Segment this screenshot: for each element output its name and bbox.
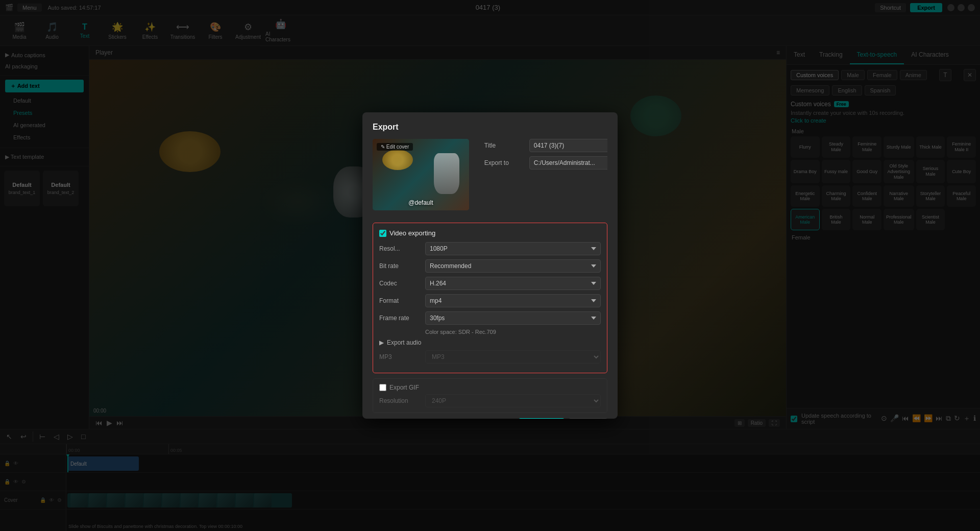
export-cancel-button[interactable]: Cancel (569, 418, 607, 419)
gif-export-label: Export GIF (389, 384, 419, 391)
framerate-row: Frame rate 30fps24fps25fps60fps (379, 311, 601, 325)
codec-row: Codec H.264H.265 (379, 277, 601, 290)
framerate-select[interactable]: 30fps24fps25fps60fps (425, 311, 601, 325)
gif-resolution-select[interactable]: 240P480P720P (425, 394, 601, 407)
export-dialog: Export ✎ Edit cover @default Title (362, 112, 618, 419)
export-to-input[interactable] (529, 156, 607, 170)
format-select[interactable]: mp4movavi (425, 294, 601, 307)
resolution-select[interactable]: 1080P720P2K4K (425, 242, 601, 255)
export-audio-arrow: ▶ (379, 339, 384, 346)
export-top-section: ✎ Edit cover @default Title Export to 📁 (373, 139, 607, 215)
audio-format-row: MP3 MP3AACWAV (379, 350, 601, 364)
export-audio-toggle[interactable]: ▶ Export audio (379, 339, 601, 346)
title-input[interactable] (529, 139, 607, 152)
video-export-label: Video exporting (389, 229, 435, 237)
bitrate-row: Bit rate RecommendedLowHigh (379, 259, 601, 273)
audio-format-select[interactable]: MP3AACWAV (425, 350, 601, 364)
export-footer: 💾 Duration: 10s | Size: 10 MB (estimated… (373, 418, 607, 419)
gif-export-section: Export GIF Resolution 240P480P720P (373, 378, 607, 413)
color-space-info: Color space: SDR - Rec.709 (425, 329, 601, 335)
video-export-title: Video exporting (379, 229, 601, 237)
export-to-label: Export to (484, 159, 525, 166)
bitrate-select[interactable]: RecommendedLowHigh (425, 259, 601, 273)
export-dialog-overlay: Export ✎ Edit cover @default Title (0, 0, 980, 531)
edit-cover-button[interactable]: ✎ Edit cover (377, 143, 413, 151)
gif-resolution-row: Resolution 240P480P720P (379, 394, 601, 407)
gif-export-checkbox[interactable] (379, 384, 386, 391)
format-row: Format mp4movavi (379, 294, 601, 307)
resolution-row: Resol... 1080P720P2K4K (379, 242, 601, 255)
codec-select[interactable]: H.264H.265 (425, 277, 601, 290)
resolution-label: Resol... (379, 245, 425, 252)
export-title-row: Title (484, 139, 607, 152)
audio-format-label: MP3 (379, 353, 425, 360)
gif-resolution-label: Resolution (379, 397, 425, 404)
framerate-label: Frame rate (379, 315, 425, 322)
codec-label: Codec (379, 280, 425, 287)
bitrate-label: Bit rate (379, 262, 425, 270)
export-footer-buttons: Export Cancel (519, 418, 607, 419)
export-to-row: Export to 📁 (484, 156, 607, 170)
video-export-section: Video exporting Resol... 1080P720P2K4K B… (373, 223, 607, 373)
export-dialog-title: Export (373, 123, 607, 132)
video-export-checkbox[interactable] (379, 230, 386, 237)
preview-default-label: @default (408, 199, 433, 206)
export-confirm-button[interactable]: Export (519, 418, 564, 419)
gif-export-title: Export GIF (379, 384, 601, 391)
title-label: Title (484, 142, 525, 149)
export-preview: ✎ Edit cover @default (373, 139, 469, 210)
export-audio-label: Export audio (387, 339, 421, 346)
export-fields: Title Export to 📁 (484, 139, 607, 215)
format-label: Format (379, 297, 425, 304)
